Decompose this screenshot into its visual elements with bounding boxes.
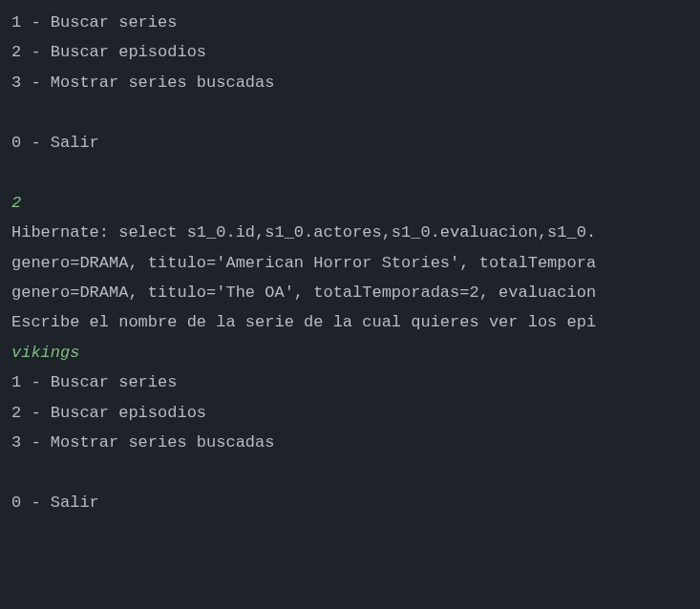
blank-line bbox=[11, 158, 689, 187]
result-row-2: genero=DRAMA, titulo='The OA', totalTemp… bbox=[11, 278, 689, 307]
user-input-1: 2 bbox=[11, 188, 689, 218]
result-row-1: genero=DRAMA, titulo='American Horror St… bbox=[11, 248, 689, 278]
menu-option-1: 1 - Buscar series bbox=[11, 8, 689, 37]
menu2-option-1: 1 - Buscar series bbox=[11, 368, 689, 397]
menu2-option-3: 3 - Mostrar series buscadas bbox=[11, 428, 689, 457]
user-input-2: vikings bbox=[11, 338, 689, 368]
blank-line bbox=[11, 458, 689, 488]
blank-line bbox=[11, 517, 689, 547]
menu-option-0: 0 - Salir bbox=[11, 128, 689, 158]
prompt-text: Escribe el nombre de la serie de la cual… bbox=[11, 307, 689, 337]
menu2-option-2: 2 - Buscar episodios bbox=[11, 398, 689, 428]
hibernate-query: Hibernate: select s1_0.id,s1_0.actores,s… bbox=[11, 218, 689, 247]
blank-line bbox=[11, 97, 689, 127]
menu2-option-0: 0 - Salir bbox=[11, 488, 689, 517]
menu-option-2: 2 - Buscar episodios bbox=[11, 37, 689, 67]
menu-option-3: 3 - Mostrar series buscadas bbox=[11, 68, 689, 97]
